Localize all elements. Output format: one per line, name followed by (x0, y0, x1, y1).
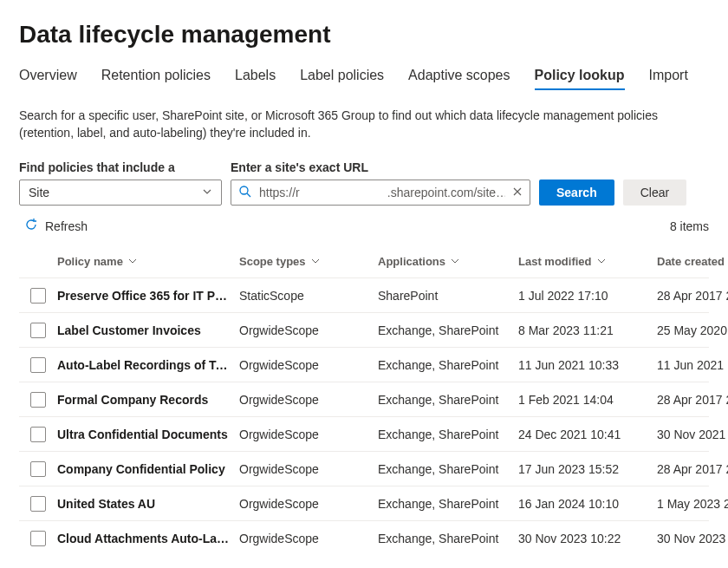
clear-button[interactable]: Clear (623, 180, 686, 206)
row-checkbox[interactable] (30, 461, 46, 477)
url-input[interactable] (259, 186, 505, 199)
scope-dropdown[interactable]: Site (19, 180, 222, 206)
tab-import[interactable]: Import (649, 68, 688, 90)
table-row[interactable]: Label Customer InvoicesOrgwideScopeExcha… (19, 312, 709, 347)
cell-policy-name: Cloud Attachments Auto-Label … (57, 532, 239, 545)
cell-created: 11 Jun 2021 10: (657, 358, 728, 372)
table-row[interactable]: Formal Company RecordsOrgwideScopeExchan… (19, 382, 709, 416)
cell-modified: 1 Feb 2021 14:04 (518, 393, 657, 407)
cell-created: 1 May 2023 20: (657, 497, 728, 511)
row-checkbox[interactable] (30, 496, 46, 512)
table-row[interactable]: Preserve Office 365 for IT Pros …StaticS… (19, 277, 709, 312)
refresh-button[interactable]: Refresh (24, 218, 88, 234)
cell-created: 25 May 2020 15 (657, 323, 728, 337)
cell-modified: 1 Jul 2022 17:10 (518, 289, 657, 303)
url-label: Enter a site's exact URL (231, 160, 530, 174)
cell-scope: OrgwideScope (239, 497, 378, 511)
clear-input-icon[interactable] (512, 186, 523, 199)
scope-label: Find policies that include a (19, 160, 222, 174)
chevron-down-icon (311, 257, 320, 267)
tab-retention-policies[interactable]: Retention policies (101, 68, 211, 90)
cell-apps: SharePoint (378, 289, 518, 303)
row-checkbox[interactable] (30, 288, 46, 304)
search-form: Find policies that include a Site Enter … (19, 160, 709, 206)
refresh-icon (24, 218, 38, 234)
cell-policy-name: Ultra Confidential Documents (57, 428, 239, 441)
cell-created: 28 Apr 2017 20: (657, 289, 728, 303)
search-icon (238, 185, 252, 201)
table-row[interactable]: Auto-Label Recordings of Team…OrgwideSco… (19, 347, 709, 382)
row-checkbox[interactable] (30, 531, 46, 546)
cell-modified: 24 Dec 2021 10:41 (518, 428, 657, 441)
cell-scope: OrgwideScope (239, 358, 378, 372)
url-search-box[interactable] (231, 180, 530, 206)
chevron-down-icon (451, 257, 459, 267)
col-last-modified[interactable]: Last modified (518, 255, 657, 268)
table-row[interactable]: Cloud Attachments Auto-Label …OrgwideSco… (19, 520, 709, 555)
cell-apps: Exchange, SharePoint (378, 497, 518, 511)
results-table: Policy name Scope types Applications Las… (19, 246, 709, 555)
cell-apps: Exchange, SharePoint (378, 358, 518, 372)
table-row[interactable]: United States AUOrgwideScopeExchange, Sh… (19, 486, 709, 520)
cell-modified: 16 Jan 2024 10:10 (518, 497, 657, 511)
cell-policy-name: Company Confidential Policy (57, 462, 239, 476)
svg-point-0 (240, 186, 248, 194)
cell-policy-name: Formal Company Records (57, 393, 239, 407)
tab-overview[interactable]: Overview (19, 68, 77, 90)
cell-policy-name: Label Customer Invoices (57, 323, 239, 337)
cell-modified: 8 Mar 2023 11:21 (518, 323, 657, 337)
cell-policy-name: United States AU (57, 497, 239, 511)
toolbar: Refresh 8 items (24, 218, 709, 234)
chevron-down-icon (202, 186, 212, 199)
table-header: Policy name Scope types Applications Las… (19, 246, 709, 277)
refresh-label: Refresh (45, 219, 88, 233)
cell-scope: OrgwideScope (239, 323, 378, 337)
tab-label-policies[interactable]: Label policies (300, 68, 384, 90)
cell-scope: StaticScope (239, 289, 378, 303)
row-checkbox[interactable] (30, 427, 46, 442)
page-description: Search for a specific user, SharePoint s… (19, 108, 678, 141)
cell-apps: Exchange, SharePoint (378, 428, 518, 441)
cell-modified: 11 Jun 2021 10:33 (518, 358, 657, 372)
table-row[interactable]: Ultra Confidential DocumentsOrgwideScope… (19, 416, 709, 451)
tab-adaptive-scopes[interactable]: Adaptive scopes (408, 68, 510, 90)
cell-scope: OrgwideScope (239, 428, 378, 441)
row-checkbox[interactable] (30, 357, 46, 373)
cell-apps: Exchange, SharePoint (378, 393, 518, 407)
chevron-down-icon (597, 257, 606, 267)
item-count: 8 items (670, 219, 709, 233)
cell-apps: Exchange, SharePoint (378, 462, 518, 476)
svg-line-1 (247, 193, 250, 197)
cell-created: 28 Apr 2017 20: (657, 462, 728, 476)
col-applications[interactable]: Applications (378, 255, 518, 268)
col-scope-types[interactable]: Scope types (239, 255, 378, 268)
cell-modified: 17 Jun 2023 15:52 (518, 462, 657, 476)
cell-modified: 30 Nov 2023 10:22 (518, 532, 657, 545)
cell-created: 28 Apr 2017 20: (657, 393, 728, 407)
col-date-created[interactable]: Date created (657, 255, 728, 268)
row-checkbox[interactable] (30, 323, 46, 338)
page-title: Data lifecycle management (19, 21, 709, 49)
cell-scope: OrgwideScope (239, 393, 378, 407)
col-policy-name[interactable]: Policy name (57, 255, 239, 268)
row-checkbox[interactable] (30, 392, 46, 408)
chevron-down-icon (128, 257, 137, 267)
cell-policy-name: Auto-Label Recordings of Team… (57, 358, 239, 372)
search-button[interactable]: Search (539, 180, 614, 206)
tab-labels[interactable]: Labels (235, 68, 276, 90)
table-row[interactable]: Company Confidential PolicyOrgwideScopeE… (19, 451, 709, 486)
cell-apps: Exchange, SharePoint (378, 532, 518, 545)
cell-apps: Exchange, SharePoint (378, 323, 518, 337)
tab-policy-lookup[interactable]: Policy lookup (535, 68, 625, 90)
cell-policy-name: Preserve Office 365 for IT Pros … (57, 289, 239, 303)
cell-created: 30 Nov 2021 13 (657, 428, 728, 441)
cell-created: 30 Nov 2023 06 (657, 532, 728, 545)
cell-scope: OrgwideScope (239, 462, 378, 476)
cell-scope: OrgwideScope (239, 532, 378, 545)
scope-value: Site (29, 186, 49, 199)
tab-bar: Overview Retention policies Labels Label… (19, 68, 709, 90)
